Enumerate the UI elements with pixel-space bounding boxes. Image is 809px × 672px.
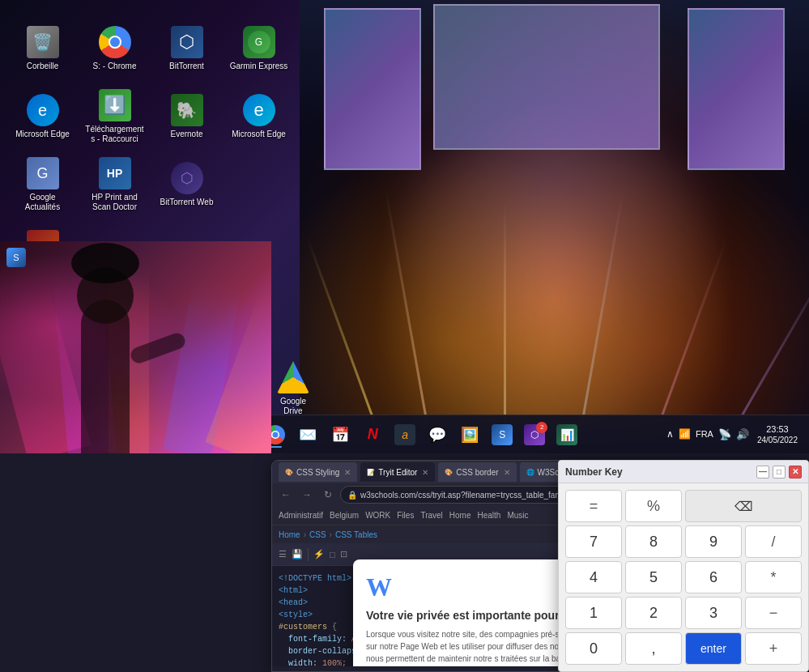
- taskbar-mail[interactable]: ✉️: [293, 420, 322, 449]
- desktop-icon-gdrive[interactable]: Google Drive: [289, 356, 297, 421]
- bookmark-home[interactable]: Home: [449, 511, 471, 520]
- tab-close-3[interactable]: ✕: [504, 468, 510, 477]
- wallpaper: [300, 0, 809, 429]
- taskbar-amazon[interactable]: a: [390, 420, 419, 449]
- editor-btn3[interactable]: ⊡: [340, 549, 347, 559]
- browser-tab-3[interactable]: 🎨 CSS border ✕: [438, 462, 516, 482]
- numkey-2[interactable]: 2: [625, 597, 682, 629]
- taskbar-app-badge[interactable]: ⬡ 2: [520, 420, 549, 449]
- numkey-minus[interactable]: −: [745, 597, 802, 629]
- desktop-icon-chrome[interactable]: S: - Chrome: [80, 16, 149, 81]
- taskbar-clock[interactable]: 23:53 24/05/2022: [752, 423, 803, 445]
- numkey-plus[interactable]: +: [745, 632, 802, 665]
- tab-close-2[interactable]: ✕: [422, 468, 428, 477]
- numkey-4[interactable]: 4: [565, 561, 622, 593]
- numkey-8[interactable]: 8: [625, 525, 682, 558]
- editor-btn1[interactable]: ⚡: [313, 549, 325, 559]
- taskbar-photos[interactable]: 🖼️: [455, 420, 484, 449]
- taskbar-right: ∧ 📶 FRA 📡 🔊 23:53 24/05/2022: [666, 423, 803, 445]
- breadcrumb-css[interactable]: CSS: [309, 530, 326, 539]
- numkey-titlebar: Number Key — □ ✕: [559, 461, 808, 483]
- bookmark-travel[interactable]: Travel: [420, 511, 442, 520]
- nav-forward-btn[interactable]: →: [298, 486, 316, 504]
- desktop-icon-googlenews[interactable]: G Google Actualités: [8, 152, 77, 217]
- taskbar-calendar[interactable]: 📅: [326, 420, 355, 449]
- bookmark-administratif[interactable]: Administratif: [279, 511, 323, 520]
- taskbar-netflix[interactable]: N: [358, 420, 387, 449]
- numkey-multiply[interactable]: *: [745, 561, 802, 593]
- bookmark-files[interactable]: Files: [397, 511, 414, 520]
- nav-refresh-btn[interactable]: ↻: [319, 486, 337, 504]
- numkey-percent[interactable]: %: [625, 490, 682, 522]
- surfshark-watermark: S: [6, 248, 26, 267]
- numkey-title-text: Number Key: [565, 466, 623, 478]
- numkey-window-controls: — □ ✕: [756, 466, 802, 478]
- numkey-enter[interactable]: enter: [685, 632, 742, 665]
- numkey-divide[interactable]: /: [745, 525, 802, 558]
- nav-back-btn[interactable]: ←: [277, 486, 295, 504]
- browser-tab-2[interactable]: 📝 Tryit Editor ✕: [360, 462, 435, 482]
- network-icon: 📶: [679, 428, 691, 440]
- bookmark-music[interactable]: Music: [507, 511, 528, 520]
- bookmark-health[interactable]: Health: [478, 511, 501, 520]
- desktop-icon-downloads[interactable]: ⬇️ Téléchargements - Raccourci: [80, 84, 149, 149]
- numkey-3[interactable]: 3: [685, 597, 742, 629]
- breadcrumb-tables[interactable]: CSS Tables: [335, 530, 377, 539]
- performer-hair: [71, 243, 139, 283]
- numkey-backspace[interactable]: ⌫: [685, 490, 802, 522]
- desktop-icon-recycle[interactable]: 🗑️ Corbeille: [8, 16, 77, 81]
- bookmark-belgium[interactable]: Belgium: [330, 511, 359, 520]
- desktop-icon-bittorrent[interactable]: ⬡ BitTorrent: [152, 16, 221, 81]
- toolbar-sep: [308, 548, 309, 561]
- desktop-icon-btweb[interactable]: ⬡ BitTorrent Web: [152, 152, 221, 217]
- bottom-concert-photo: S: [0, 241, 271, 453]
- taskbar-surfshark[interactable]: S: [488, 420, 517, 449]
- system-tray[interactable]: ∧ 📶 FRA 📡 🔊: [666, 428, 749, 440]
- language-indicator: FRA: [696, 429, 713, 439]
- editor-save[interactable]: 💾: [292, 549, 303, 559]
- taskbar-messenger[interactable]: 💬: [423, 420, 452, 449]
- numkey-5[interactable]: 5: [625, 561, 682, 593]
- chevron-up-icon[interactable]: ∧: [666, 428, 674, 440]
- numkey-minimize[interactable]: —: [756, 466, 769, 478]
- desktop-icon-garmin[interactable]: G Garmin Express: [224, 16, 293, 81]
- breadcrumb-home[interactable]: Home: [279, 530, 300, 539]
- editor-btn2[interactable]: □: [330, 550, 335, 559]
- desktop-icon-msedge[interactable]: e Microsoft Edge: [224, 84, 293, 149]
- numkey-7[interactable]: 7: [565, 525, 622, 558]
- tab-close-1[interactable]: ✕: [344, 468, 351, 477]
- desktop-icon-msedge2[interactable]: e Microsoft Edge: [8, 84, 77, 149]
- numkey-equals[interactable]: =: [565, 490, 622, 522]
- volume-icon[interactable]: 🔊: [736, 428, 749, 440]
- numkey-6[interactable]: 6: [685, 561, 742, 593]
- bookmark-work[interactable]: WORK: [365, 511, 390, 520]
- numkey-comma[interactable]: ,: [625, 632, 682, 665]
- numkey-1[interactable]: 1: [565, 597, 622, 629]
- numkey-9[interactable]: 9: [685, 525, 742, 558]
- number-key-panel: Number Key — □ ✕ = % ⌫ 7 8 9 / 4 5 6 * 1…: [558, 460, 809, 672]
- numkey-0[interactable]: 0: [565, 632, 622, 665]
- numkey-maximize[interactable]: □: [773, 466, 786, 478]
- taskbar-app-extra[interactable]: 📊: [552, 420, 581, 449]
- desktop-icon-hp[interactable]: HP HP Print and Scan Doctor: [80, 152, 149, 217]
- numkey-grid: = % ⌫ 7 8 9 / 4 5 6 * 1 2 3 − 0 , enter …: [559, 483, 808, 671]
- editor-hamburger[interactable]: ☰: [279, 549, 287, 559]
- desktop-icon-evernote[interactable]: 🐘 Evernote: [152, 84, 221, 149]
- browser-tab-1[interactable]: 🎨 CSS Styling ✕: [279, 462, 357, 482]
- wifi-icon: 📡: [718, 428, 731, 440]
- numkey-close[interactable]: ✕: [789, 466, 802, 478]
